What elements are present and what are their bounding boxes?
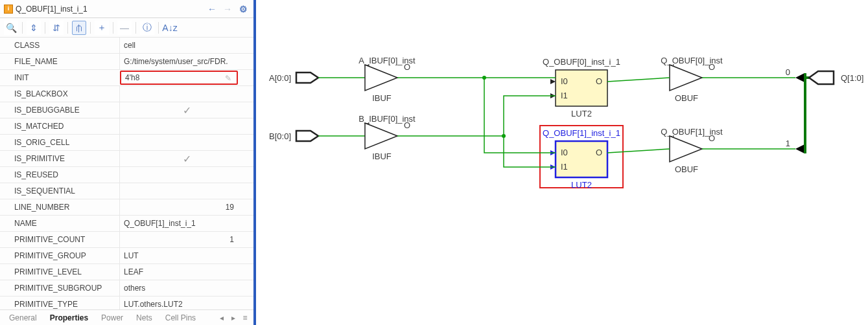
- property-row[interactable]: PRIMITIVE_GROUPLUT: [0, 248, 253, 264]
- property-key: IS_SEQUENTIAL: [14, 186, 119, 196]
- buffer-symbol[interactable]: [670, 65, 702, 91]
- property-row[interactable]: LINE_NUMBER19: [0, 199, 253, 216]
- property-value: LUT: [119, 248, 253, 263]
- property-table[interactable]: CLASScellFILE_NAMEG:/time/system/user_sr…: [0, 38, 253, 309]
- property-row[interactable]: IS_PRIMITIVE✓: [0, 151, 253, 167]
- pin-label: O: [404, 120, 410, 130]
- tree-toggle-icon[interactable]: ⫛: [72, 21, 86, 35]
- property-row[interactable]: NAMEQ_OBUF[1]_inst_i_1: [0, 216, 253, 232]
- tab-scroll-left-icon[interactable]: ◂: [216, 313, 228, 322]
- property-value: [119, 167, 253, 183]
- remove-icon[interactable]: —: [117, 21, 132, 35]
- property-key: PRIMITIVE_SUBGROUP: [14, 284, 119, 293]
- bus-merge-icon: [795, 144, 804, 153]
- property-value: cell: [119, 38, 253, 53]
- footer-tabs: GeneralPropertiesPowerNetsCell Pins◂▸≡: [0, 309, 253, 325]
- sort-icon[interactable]: A↓z: [163, 21, 177, 35]
- input-port[interactable]: [296, 73, 318, 83]
- add-icon[interactable]: ＋: [95, 21, 109, 35]
- tab-properties[interactable]: Properties: [43, 313, 95, 322]
- pin-label: O: [709, 62, 715, 72]
- bit-label: 0: [786, 67, 790, 77]
- property-row[interactable]: PRIMITIVE_SUBGROUPothers: [0, 280, 253, 297]
- instance-label: Q_OBUF[1]_inst_i_1: [543, 128, 620, 138]
- tab-general[interactable]: General: [3, 313, 43, 322]
- pin-label: O: [596, 76, 602, 86]
- separator: [45, 22, 45, 34]
- property-row[interactable]: IS_MATCHED: [0, 118, 253, 135]
- property-value: G:/time/system/user_src/FDR.: [119, 54, 253, 69]
- wire: [484, 78, 556, 153]
- expand-icon[interactable]: ⇵: [49, 21, 64, 35]
- port-label: A[0:0]: [269, 73, 291, 83]
- tab-nets[interactable]: Nets: [130, 313, 159, 322]
- back-button[interactable]: ←: [205, 3, 218, 16]
- property-key: NAME: [14, 219, 119, 228]
- property-row[interactable]: IS_SEQUENTIAL: [0, 183, 253, 199]
- property-value: [119, 118, 253, 134]
- cell-icon: i: [4, 5, 13, 14]
- separator: [135, 22, 136, 34]
- tab-scroll-right-icon[interactable]: ▸: [228, 313, 239, 322]
- property-row[interactable]: FILE_NAMEG:/time/system/user_src/FDR.: [0, 54, 253, 70]
- collapse-icon[interactable]: ⇕: [27, 21, 41, 35]
- property-key: CLASS: [14, 41, 119, 50]
- property-key: INIT: [14, 73, 119, 82]
- instance-label: Q_OBUF[0]_inst_i_1: [543, 57, 620, 67]
- property-value: 19: [119, 199, 253, 215]
- type-label: IBUF: [372, 93, 392, 103]
- property-value: LUT.others.LUT2: [119, 297, 253, 309]
- property-row[interactable]: INIT4'h8✎: [0, 70, 253, 86]
- property-key: IS_ORIG_CELL: [14, 138, 119, 147]
- buffer-symbol[interactable]: [365, 65, 397, 91]
- port-label: B[0:0]: [269, 131, 291, 141]
- property-row[interactable]: CLASScell: [0, 38, 253, 54]
- tab-power[interactable]: Power: [95, 313, 130, 322]
- lut-symbol[interactable]: [556, 70, 607, 106]
- property-value: LEAF: [119, 264, 253, 280]
- pin-label: O: [404, 62, 410, 72]
- schematic-viewer[interactable]: A[0:0]B[0:0]A_IBUF[0]_instIOIBUFB_IBUF[0…: [256, 0, 868, 325]
- search-icon[interactable]: 🔍: [4, 21, 18, 35]
- port-label: Q[1:0]: [841, 73, 863, 83]
- property-row[interactable]: IS_DEBUGGABLE✓: [0, 102, 253, 118]
- info-icon[interactable]: ⓘ: [140, 21, 154, 35]
- property-key: IS_PRIMITIVE: [14, 154, 119, 163]
- settings-button[interactable]: ⚙: [237, 3, 250, 16]
- separator: [113, 22, 113, 34]
- property-row[interactable]: PRIMITIVE_LEVELLEAF: [0, 264, 253, 280]
- property-key: IS_REUSED: [14, 170, 119, 179]
- property-key: FILE_NAME: [14, 57, 119, 66]
- property-row[interactable]: IS_ORIG_CELL: [0, 135, 253, 151]
- pencil-icon[interactable]: ✎: [225, 74, 234, 83]
- property-value: 1: [119, 232, 253, 247]
- property-key: PRIMITIVE_TYPE: [14, 300, 119, 309]
- pin-label: I0: [561, 148, 568, 157]
- separator: [90, 22, 91, 34]
- tab-cell-pins[interactable]: Cell Pins: [159, 313, 202, 322]
- buffer-symbol[interactable]: [365, 123, 397, 149]
- type-label: LUT2: [571, 109, 592, 118]
- buffer-symbol[interactable]: [670, 136, 702, 162]
- panel-toolbar: 🔍 ⇕ ⇵ ⫛ ＋ — ⓘ A↓z: [0, 18, 253, 38]
- wire: [607, 149, 670, 153]
- lut-symbol[interactable]: [556, 141, 607, 177]
- pin-label: O: [709, 133, 715, 143]
- bus-merge-icon: [795, 73, 804, 82]
- property-key: PRIMITIVE_COUNT: [14, 235, 119, 244]
- property-row[interactable]: PRIMITIVE_TYPELUT.others.LUT2: [0, 297, 253, 309]
- property-key: IS_BLACKBOX: [14, 89, 119, 98]
- output-port[interactable]: [809, 71, 834, 84]
- property-row[interactable]: PRIMITIVE_COUNT1: [0, 232, 253, 248]
- tab-menu-icon[interactable]: ≡: [239, 313, 251, 322]
- property-row[interactable]: IS_BLACKBOX: [0, 86, 253, 102]
- input-port[interactable]: [296, 131, 318, 141]
- type-label: LUT2: [571, 180, 592, 190]
- property-row[interactable]: IS_REUSED: [0, 167, 253, 183]
- forward-button[interactable]: →: [221, 3, 234, 16]
- property-value: [119, 86, 253, 102]
- property-value: [119, 183, 253, 199]
- property-key: PRIMITIVE_LEVEL: [14, 267, 119, 276]
- property-value[interactable]: 4'h8✎: [120, 71, 238, 85]
- type-label: OBUF: [675, 93, 698, 103]
